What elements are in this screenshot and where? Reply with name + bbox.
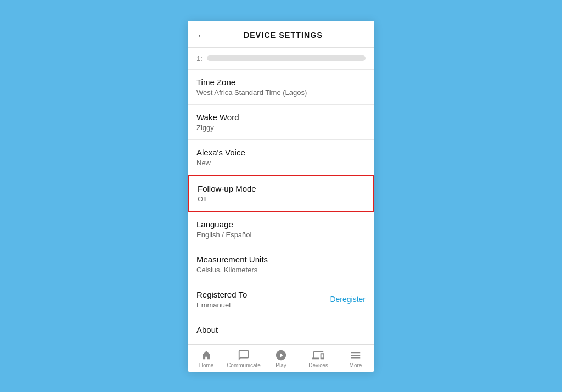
nav-item-communicate[interactable]: Communicate — [225, 349, 262, 368]
settings-title-language: Language — [196, 220, 366, 229]
settings-value-alexas-voice: New — [196, 159, 366, 167]
home-icon — [200, 349, 212, 361]
settings-title-about: About — [196, 325, 366, 334]
settings-title-time-zone: Time Zone — [196, 77, 366, 87]
settings-item-registered-to[interactable]: Registered To Emmanuel Deregister — [188, 282, 374, 317]
nav-item-more[interactable]: More — [337, 349, 374, 368]
settings-value-follow-up-mode: Off — [198, 195, 364, 203]
top-item-label: 1: — [196, 54, 203, 63]
nav-item-home[interactable]: Home — [188, 349, 225, 368]
communicate-icon — [238, 349, 250, 361]
settings-item-alexas-voice[interactable]: Alexa's Voice New — [188, 140, 374, 175]
settings-item-time-zone[interactable]: Time Zone West Africa Standard Time (Lag… — [188, 70, 374, 105]
settings-value-measurement-units: Celsius, Kilometers — [196, 266, 366, 274]
devices-icon — [312, 349, 324, 361]
settings-list: Time Zone West Africa Standard Time (Lag… — [188, 70, 374, 344]
settings-title-wake-word: Wake Word — [196, 113, 366, 122]
settings-value-time-zone: West Africa Standard Time (Lagos) — [196, 88, 366, 97]
nav-play-label: Play — [276, 362, 286, 368]
settings-title-registered-to: Registered To — [196, 290, 247, 299]
bottom-nav: Home Communicate Play Devices More — [188, 344, 374, 372]
nav-home-label: Home — [199, 362, 214, 368]
settings-value-language: English / Español — [196, 231, 366, 239]
settings-item-about[interactable]: About — [188, 317, 374, 344]
settings-title-alexas-voice: Alexa's Voice — [196, 148, 366, 157]
content-area: 1: Time Zone West Africa Standard Time (… — [188, 48, 374, 344]
nav-more-label: More — [350, 362, 362, 368]
settings-value-wake-word: Ziggy — [196, 124, 366, 132]
play-icon — [275, 349, 287, 361]
settings-title-measurement-units: Measurement Units — [196, 255, 366, 264]
settings-title-follow-up-mode: Follow-up Mode — [198, 184, 364, 193]
settings-item-follow-up-mode[interactable]: Follow-up Mode Off — [188, 175, 374, 212]
top-item-bar — [207, 55, 366, 61]
deregister-button[interactable]: Deregister — [330, 295, 366, 304]
more-icon — [350, 349, 362, 361]
page-title: DEVICE SETTINGS — [214, 31, 352, 40]
phone-container: ← DEVICE SETTINGS 1: Time Zone West Afri… — [188, 21, 374, 372]
nav-item-play[interactable]: Play — [262, 349, 300, 368]
header: ← DEVICE SETTINGS — [188, 21, 374, 48]
nav-item-devices[interactable]: Devices — [300, 349, 337, 368]
settings-item-wake-word[interactable]: Wake Word Ziggy — [188, 105, 374, 140]
settings-value-registered-to: Emmanuel — [196, 301, 247, 309]
settings-item-measurement-units[interactable]: Measurement Units Celsius, Kilometers — [188, 247, 374, 282]
top-bar-item: 1: — [188, 48, 374, 70]
nav-communicate-label: Communicate — [227, 362, 261, 368]
settings-item-language[interactable]: Language English / Español — [188, 212, 374, 247]
nav-devices-label: Devices — [308, 362, 328, 368]
back-button[interactable]: ← — [196, 30, 207, 41]
